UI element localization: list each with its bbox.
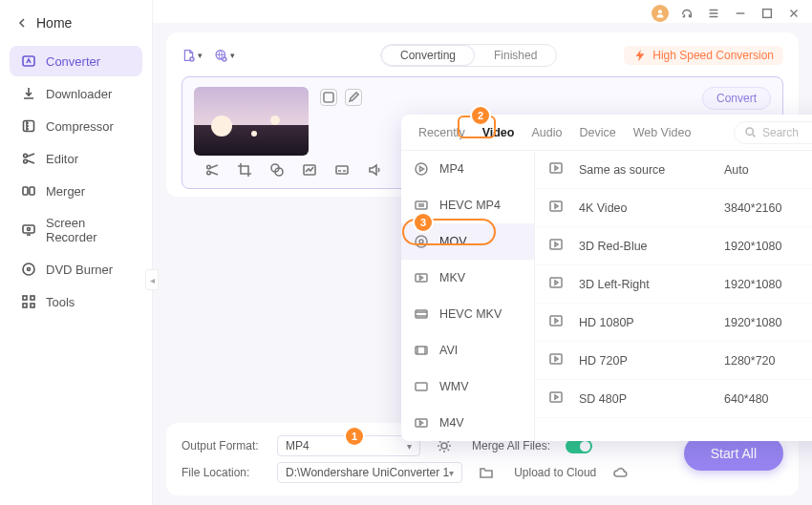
format-search[interactable]: Search (734, 121, 812, 144)
sidebar-item-label: Compressor (46, 119, 114, 134)
format-mkv[interactable]: MKV (401, 260, 534, 296)
output-format-value: MP4 (286, 439, 310, 452)
convert-button[interactable]: Convert (702, 87, 771, 110)
resolution-value: 3840*2160 (724, 201, 812, 215)
svg-rect-5 (30, 187, 34, 195)
format-label: MP4 (439, 162, 464, 176)
sidebar-item-dvd-burner[interactable]: DVD Burner (10, 254, 142, 284)
play-icon (548, 237, 571, 255)
format-hevc-mkv[interactable]: HEVC MKV (401, 296, 534, 332)
resolution-label: SD 480P (579, 392, 716, 406)
window-minimize[interactable] (732, 5, 749, 22)
high-speed-toggle[interactable]: High Speed Conversion (624, 46, 783, 65)
resolution-item[interactable]: 3D Red-Blue1920*1080 (535, 227, 812, 265)
merger-icon (21, 183, 36, 199)
svg-rect-37 (550, 163, 562, 173)
edit-icon[interactable] (345, 89, 362, 106)
file-location-select[interactable]: D:\Wondershare UniConverter 1 ▾ (277, 462, 462, 483)
svg-rect-42 (550, 354, 562, 364)
tab-finished[interactable]: Finished (475, 45, 556, 66)
svg-point-21 (207, 171, 211, 175)
resolution-item[interactable]: HD 720P1280*720 (535, 342, 812, 380)
watermark-icon[interactable] (301, 161, 318, 179)
cloud-icon[interactable] (611, 464, 629, 481)
format-wmv[interactable]: WMV (401, 368, 534, 405)
sidebar-item-downloader[interactable]: Downloader (10, 78, 142, 109)
sidebar-item-compressor[interactable]: Compressor (10, 111, 142, 141)
resolution-item[interactable]: 4K Video3840*2160 (535, 189, 812, 227)
svg-rect-39 (550, 240, 562, 249)
svg-rect-36 (416, 419, 427, 427)
start-all-button[interactable]: Start All (684, 436, 783, 471)
resolution-label: HD 1080P (579, 316, 716, 329)
resolution-item[interactable]: SD 480P640*480 (535, 380, 812, 418)
sidebar-item-label: Downloader (46, 87, 112, 101)
tab-device[interactable]: Device (571, 120, 623, 145)
sidebar-item-label: Screen Recorder (46, 216, 131, 244)
window-maximize[interactable] (759, 5, 776, 22)
chevron-down-icon: ▾ (198, 51, 203, 60)
resolution-item[interactable]: HD 1080P1920*1080 (535, 304, 812, 342)
tab-recently[interactable]: Recently (411, 120, 473, 145)
tab-converting[interactable]: Converting (381, 45, 475, 66)
resolution-label: 3D Left-Right (579, 278, 716, 291)
tab-web-video[interactable]: Web Video (626, 120, 699, 145)
svg-rect-15 (763, 10, 772, 18)
folder-open-icon[interactable] (478, 464, 495, 481)
upload-cloud-label: Upload to Cloud (514, 466, 596, 479)
resolution-item[interactable]: Same as sourceAuto (535, 151, 812, 189)
sidebar-item-label: Merger (46, 184, 85, 199)
hamburger-icon[interactable] (705, 5, 722, 22)
avatar[interactable] (652, 5, 669, 22)
format-icon (413, 342, 430, 359)
download-icon (21, 86, 36, 101)
headset-icon[interactable] (678, 5, 695, 22)
titlebar (153, 0, 812, 23)
chevron-down-icon: ▾ (449, 468, 454, 478)
svg-rect-35 (416, 383, 427, 390)
sidebar-item-screen-recorder[interactable]: Screen Recorder (10, 208, 142, 252)
grid-icon (21, 294, 36, 309)
svg-rect-11 (31, 296, 34, 300)
format-icon (413, 378, 430, 395)
format-m4v[interactable]: M4V (401, 405, 534, 441)
sidebar-item-label: Converter (46, 54, 100, 69)
sidebar-collapse-handle[interactable]: ◂ (145, 269, 159, 290)
resolution-value: 1920*1080 (724, 240, 812, 253)
scissors-icon (21, 151, 36, 166)
svg-point-31 (419, 240, 423, 243)
info-icon[interactable] (320, 89, 337, 106)
sidebar-item-label: Tools (46, 295, 75, 309)
output-format-label: Output Format: (182, 439, 267, 452)
tab-audio[interactable]: Audio (524, 120, 569, 145)
subtitle-icon[interactable] (333, 161, 351, 179)
format-list: MP4 HEVC MP4 MOV MKV HEVC MKV AVI WMV M4… (401, 151, 535, 441)
search-placeholder: Search (762, 126, 799, 139)
svg-point-20 (207, 165, 211, 169)
sidebar-item-converter[interactable]: Converter (10, 46, 142, 76)
sidebar-item-tools[interactable]: Tools (10, 286, 142, 317)
window-close[interactable] (785, 5, 802, 22)
svg-rect-12 (23, 304, 27, 307)
back-home[interactable]: Home (0, 6, 152, 40)
format-label: WMV (439, 380, 469, 393)
status-segment: Converting Finished (380, 44, 557, 67)
effect-icon[interactable] (268, 161, 286, 179)
add-file-button[interactable]: ▾ (182, 45, 203, 66)
format-avi[interactable]: AVI (401, 332, 534, 368)
resolution-label: HD 720P (579, 354, 716, 368)
video-thumbnail[interactable] (194, 87, 309, 156)
sidebar-item-merger[interactable]: Merger (10, 176, 142, 206)
crop-icon[interactable] (236, 161, 253, 179)
add-url-button[interactable]: ▾ (214, 45, 235, 66)
high-speed-label: High Speed Conversion (652, 49, 774, 62)
format-mp4[interactable]: MP4 (401, 151, 534, 187)
svg-rect-41 (550, 316, 562, 326)
sidebar-item-editor[interactable]: Editor (10, 143, 142, 174)
svg-rect-13 (31, 304, 34, 307)
resolution-item[interactable]: 3D Left-Right1920*1080 (535, 265, 812, 304)
audio-icon[interactable] (366, 161, 383, 179)
svg-point-27 (746, 128, 753, 135)
trim-icon[interactable] (203, 161, 221, 179)
format-icon (413, 197, 430, 214)
